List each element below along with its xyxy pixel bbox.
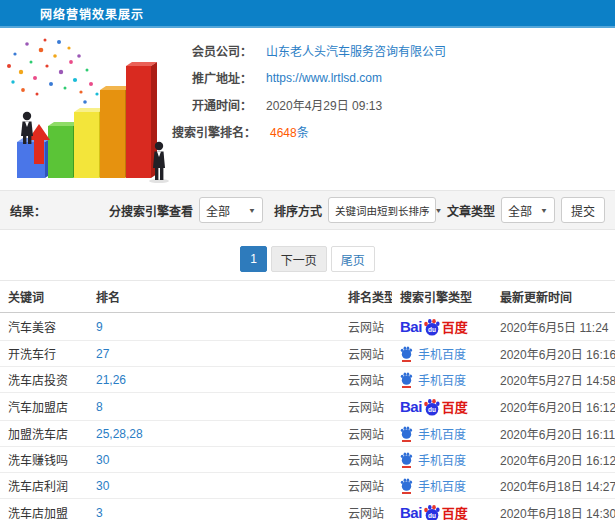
filter-bar: 结果： 分搜索引擎查看 全部 ▼ 排序方式 关键词由短到长排序 ▼ 文章类型 全… xyxy=(0,190,615,230)
submit-button[interactable]: 提交 xyxy=(561,197,605,223)
results-table: 关键词 排名 排名类型 搜索引擎类型 最新更新时间 汽车美容 9 云网站 Bai… xyxy=(0,280,615,520)
company-link[interactable]: 山东老人头汽车服务咨询有限公司 xyxy=(266,42,446,59)
baidu-logo: Bai du 百度 xyxy=(400,317,468,336)
rank-link[interactable]: 27 xyxy=(88,341,340,367)
last-page-button[interactable]: 尾页 xyxy=(331,246,375,272)
mobile-baidu-underline xyxy=(402,466,411,468)
result-label: 结果： xyxy=(10,202,46,219)
baidu-paw-du-text: du xyxy=(428,511,436,518)
baidu-wordmark-cn: 百度 xyxy=(442,317,468,336)
engine-cell: Bai du 百度 xyxy=(392,473,492,499)
updated-time-cell: 2020年6月18日 14:27 xyxy=(492,473,615,499)
mobile-baidu-label: 手机百度 xyxy=(418,451,466,468)
bar-chart-illustration xyxy=(0,28,172,190)
open-time-value: 2020年4月29日 09:13 xyxy=(266,96,382,113)
mobile-baidu-badge: 手机百度 xyxy=(400,425,466,442)
open-time-label: 开通时间： xyxy=(172,96,252,113)
engine-cell: Bai du 百度 xyxy=(392,393,492,421)
col-rank-type: 排名类型 xyxy=(340,281,392,313)
updated-time-cell: 2020年6月5日 11:24 xyxy=(492,313,615,341)
member-info-panel: 会员公司： 山东老人头汽车服务咨询有限公司 推广地址： https://www.… xyxy=(172,28,615,190)
keyword-cell: 汽车美容 xyxy=(0,313,88,341)
engine-filter-select[interactable]: 全部 ▼ xyxy=(199,197,263,223)
rank-type-cell: 云网站 xyxy=(340,421,392,447)
keyword-cell: 洗车赚钱吗 xyxy=(0,447,88,473)
info-row-open-time: 开通时间： 2020年4月29日 09:13 xyxy=(172,91,615,118)
table-row: 洗车赚钱吗 30 云网站 Bai du 百度 xyxy=(0,447,615,473)
mobile-baidu-label: 手机百度 xyxy=(418,425,466,442)
rank-type-cell: 云网站 xyxy=(340,447,392,473)
updated-time-cell: 2020年6月20日 16:16 xyxy=(492,341,615,367)
engine-filter-value: 全部 xyxy=(206,202,230,219)
next-page-button[interactable]: 下一页 xyxy=(271,246,327,272)
caret-down-icon: ▼ xyxy=(434,206,442,214)
mobile-baidu-underline xyxy=(402,386,411,388)
updated-time-cell: 2020年6月20日 16:11 xyxy=(492,421,615,447)
baidu-paw-icon: du xyxy=(423,504,441,520)
keyword-cell: 洗车店加盟 xyxy=(0,499,88,520)
mobile-baidu-underline xyxy=(402,440,411,442)
bar-chart-graphic xyxy=(1,32,171,188)
rank-type-cell: 云网站 xyxy=(340,367,392,393)
promo-url-label: 推广地址： xyxy=(172,69,252,86)
keyword-cell: 加盟洗车店 xyxy=(0,421,88,447)
baidu-wordmark-bai: Bai xyxy=(400,398,422,415)
mobile-baidu-underline xyxy=(402,360,411,362)
mobile-baidu-badge: 手机百度 xyxy=(400,371,466,388)
mobile-baidu-badge: 手机百度 xyxy=(400,345,466,362)
rank-link[interactable]: 30 xyxy=(88,447,340,473)
article-type-select[interactable]: 全部 ▼ xyxy=(501,197,555,223)
rank-link[interactable]: 3 xyxy=(88,499,340,520)
rank-link[interactable]: 9 xyxy=(88,313,340,341)
promo-url-link[interactable]: https://www.lrtlsd.com xyxy=(266,71,382,85)
page-1-button[interactable]: 1 xyxy=(240,246,267,272)
mobile-baidu-paw-icon xyxy=(400,478,413,494)
info-row-company: 会员公司： 山东老人头汽车服务咨询有限公司 xyxy=(172,37,615,64)
mobile-baidu-underline xyxy=(402,492,411,494)
col-rank: 排名 xyxy=(88,281,340,313)
rank-link[interactable]: 8 xyxy=(88,393,340,421)
caret-down-icon: ▼ xyxy=(540,206,548,214)
rank-link[interactable]: 21,26 xyxy=(88,367,340,393)
mobile-baidu-label: 手机百度 xyxy=(418,345,466,362)
sort-filter-select[interactable]: 关键词由短到长排序 ▼ xyxy=(328,197,436,223)
rank-unit: 条 xyxy=(297,126,309,140)
mobile-baidu-paw-icon xyxy=(400,372,413,388)
mobile-baidu-label: 手机百度 xyxy=(418,371,466,388)
baidu-logo: Bai du 百度 xyxy=(400,503,468,520)
baidu-paw-icon: du xyxy=(423,398,441,416)
baidu-logo: Bai du 百度 xyxy=(400,397,468,416)
rank-count: 4648 xyxy=(270,126,297,140)
engine-cell: Bai du 百度 xyxy=(392,367,492,393)
table-row: 洗车店投资 21,26 云网站 Bai du 百度 xyxy=(0,367,615,393)
rank-type-cell: 云网站 xyxy=(340,341,392,367)
updated-time-cell: 2020年6月20日 16:12 xyxy=(492,447,615,473)
keyword-cell: 汽车加盟店 xyxy=(0,393,88,421)
rank-type-cell: 云网站 xyxy=(340,393,392,421)
engine-filter-label: 分搜索引擎查看 xyxy=(109,202,193,219)
baidu-wordmark-bai: Bai xyxy=(400,504,422,520)
confetti-dots xyxy=(7,39,99,104)
engine-cell: Bai du 百度 xyxy=(392,447,492,473)
sort-filter-label: 排序方式 xyxy=(274,202,322,219)
baidu-wordmark-bai: Bai xyxy=(400,318,422,335)
page-header: 网络营销效果展示 xyxy=(0,0,615,28)
mobile-baidu-paw-icon xyxy=(400,452,413,468)
table-row: 加盟洗车店 25,28,28 云网站 Bai du 百度 xyxy=(0,421,615,447)
baidu-wordmark-cn: 百度 xyxy=(442,397,468,416)
mobile-baidu-badge: 手机百度 xyxy=(400,451,466,468)
table-header-row: 关键词 排名 排名类型 搜索引擎类型 最新更新时间 xyxy=(0,281,615,313)
col-updated: 最新更新时间 xyxy=(492,281,615,313)
mobile-baidu-paw-icon xyxy=(400,426,413,442)
table-row: 洗车店加盟 3 云网站 Bai du 百度 xyxy=(0,499,615,520)
baidu-wordmark-cn: 百度 xyxy=(442,503,468,520)
caret-down-icon: ▼ xyxy=(248,206,256,214)
sort-filter-value: 关键词由短到长排序 xyxy=(335,203,430,218)
rank-link[interactable]: 30 xyxy=(88,473,340,499)
rank-type-cell: 云网站 xyxy=(340,313,392,341)
pagination: 1 下一页 尾页 xyxy=(0,246,615,272)
summary-section: 会员公司： 山东老人头汽车服务咨询有限公司 推广地址： https://www.… xyxy=(0,28,615,190)
article-type-value: 全部 xyxy=(508,202,532,219)
rank-link[interactable]: 25,28,28 xyxy=(88,421,340,447)
updated-time-cell: 2020年6月18日 14:30 xyxy=(492,499,615,520)
